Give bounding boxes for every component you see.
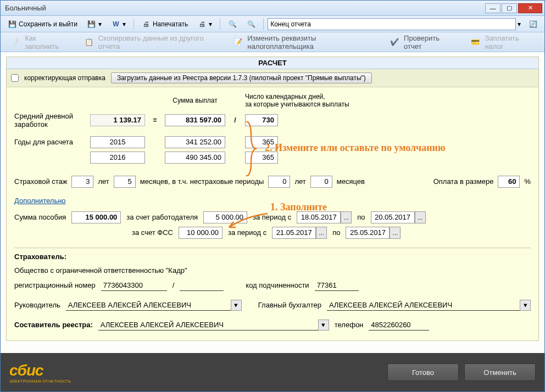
pay-tax-label: Заплатить налог [485,34,536,51]
employer-label: за счет работодателя [126,213,198,221]
emp-date-to-field[interactable] [371,211,415,223]
zoom-out-button[interactable]: 🔍 [243,18,259,30]
benefit-label: Сумма пособия [14,213,66,221]
correction-row: корректирующая отправка Загрузить данные… [7,69,538,87]
extra-link[interactable]: Дополнительно [14,197,66,205]
change-requisites-button[interactable]: 📝 Изменить реквизиты налогоплательщика [229,32,377,53]
logo-text: сбис [9,362,43,379]
refresh-button[interactable]: 🔄 [525,18,541,30]
printer-icon: 🖨 [142,20,151,29]
copy-data-button: 📋 Скопировать данные из другого отчета [79,32,221,53]
compiler-label: Составитель реестра: [14,321,93,329]
close-button[interactable]: ✕ [518,3,542,13]
total-sum-field[interactable] [165,114,225,126]
sum2-field[interactable] [165,152,225,164]
accountant-dropdown-button[interactable]: ▾ [520,300,531,311]
titlebar: Больничный — ▢ ✕ [1,1,544,16]
pay-tax-button: 💳 Заплатить налог [466,32,539,53]
arrow-icon [224,211,270,230]
years-unit: лет [98,177,109,186]
emp-date-from-picker[interactable]: ... [341,211,352,223]
insurer-header: Страхователь: [14,253,531,261]
help-icon: ❔ [9,36,21,49]
edit-req-icon: 📝 [232,36,244,49]
fss-date-from-field[interactable] [272,227,316,239]
head-label: Руководитель [14,301,60,309]
ok-button[interactable]: Готово [387,363,459,381]
copy-icon: 📋 [82,36,94,49]
phone-field[interactable] [369,320,429,331]
minimize-button[interactable]: — [485,3,500,13]
logo-subtitle: ЭЛЕКТРОННАЯ ОТЧЕТНОСТЬ [9,379,71,383]
toolbar-main: 💾 Сохранить и выйти 💾▾ W▾ 🖨 Напечатать 🖨… [1,16,544,32]
sub-code-field[interactable] [315,280,359,291]
reg-number-label: регистрационный номер [14,281,96,289]
compiler-name-field[interactable] [98,320,318,331]
to-label-1: по [357,213,365,221]
head-dropdown-button[interactable]: ▾ [231,300,242,311]
print-button[interactable]: 🖨 Напечатать [138,18,192,30]
reg-number-suffix-field[interactable] [180,280,224,291]
nonins-months-field[interactable] [310,176,332,188]
divide-sign: / [230,116,241,124]
how-fill-label: Как заполнить [25,34,68,51]
stazh-months-field[interactable] [114,176,136,188]
years-label: Годы для расчета [14,138,86,146]
emp-date-to-picker[interactable]: ... [415,211,426,223]
correcting-label: корректирующая отправка [24,74,105,82]
panel-header: РАСЧЕТ [7,57,538,69]
correcting-checkbox[interactable] [11,74,19,82]
maximize-button[interactable]: ▢ [502,3,517,13]
brace-icon [243,121,259,176]
fss-amount-field[interactable] [179,227,223,239]
accountant-name-field[interactable] [327,300,520,311]
print-settings-button[interactable]: 🖨▾ [194,18,216,30]
year1-field[interactable] [90,136,145,148]
zoom-in-button[interactable]: 🔍 [224,18,241,30]
window-title: Больничный [5,4,46,12]
check-report-button[interactable]: ✔️ Проверить отчет [385,32,458,53]
calc-panel: РАСЧЕТ корректирующая отправка Загрузить… [6,57,539,341]
print-settings-icon: 🖨 [198,20,207,29]
annotation-2: 2. Измените или оставьте по умолчанию [265,142,446,154]
compiler-dropdown-button[interactable]: ▾ [318,320,329,331]
change-req-label: Изменить реквизиты налогоплательщика [247,34,374,51]
zoom-out-icon: 🔍 [247,20,255,29]
stazh-years-field[interactable] [71,176,93,188]
head-name-field[interactable] [66,300,231,311]
floppy-icon: 💾 [87,20,96,29]
stazh-label: Страховой стаж [14,177,67,186]
nonins-years-field[interactable] [268,176,290,188]
copy-data-label: Скопировать данные из другого отчета [98,34,218,51]
pay-icon: 💳 [469,36,481,49]
navigation-select[interactable] [268,18,516,30]
equals-sign: = [149,116,160,124]
phone-label: телефон [335,321,364,329]
refresh-icon: 🔄 [529,20,537,29]
emp-date-from-field[interactable] [297,211,341,223]
year2-field[interactable] [90,152,145,164]
sub-code-label: код подчиненности [246,281,309,289]
pay-rate-field[interactable] [498,176,520,188]
nonins-years-unit: лет [294,177,305,186]
reg-number-field[interactable] [101,280,167,291]
fss-date-to-field[interactable] [346,227,390,239]
fss-date-to-picker[interactable]: ... [390,227,401,239]
how-fill-button: ❔ Как заполнить [6,32,71,53]
save-button[interactable]: 💾▾ [84,18,105,30]
avg-label: Средний дневной заработок [14,112,86,128]
save-exit-icon: 💾 [8,20,16,29]
navigation-dropdown-button[interactable]: ▾ [516,19,522,30]
footer: сбис ЭЛЕКТРОННАЯ ОТЧЕТНОСТЬ Готово Отмен… [1,353,544,391]
fss-date-from-picker[interactable]: ... [316,227,327,239]
load-registry-button[interactable]: Загрузить данные из Реестра версии 1.7.3… [111,72,372,83]
pay-rate-label: Оплата в размере [433,177,494,186]
months-unit: месяцев, в т.ч. нестраховые периоды [140,177,264,186]
toolbar-actions: ❔ Как заполнить 📋 Скопировать данные из … [1,32,544,52]
save-exit-button[interactable]: 💾 Сохранить и выйти [4,18,81,30]
sum1-field[interactable] [165,136,225,148]
benefit-total-field[interactable] [71,211,121,223]
days-header: Число календарных дней, за которые учиты… [245,93,366,109]
word-export-button[interactable]: W▾ [108,18,130,30]
cancel-button[interactable]: Отменить [464,363,536,381]
